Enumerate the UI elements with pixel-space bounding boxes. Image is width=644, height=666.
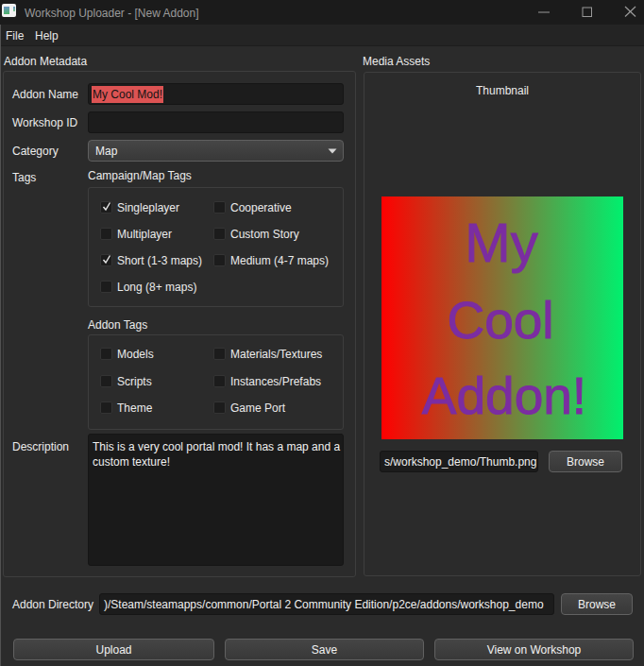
svg-text:Cool: Cool xyxy=(447,291,553,350)
svg-text:My: My xyxy=(465,212,537,273)
svg-text:Addon!: Addon! xyxy=(422,367,586,425)
